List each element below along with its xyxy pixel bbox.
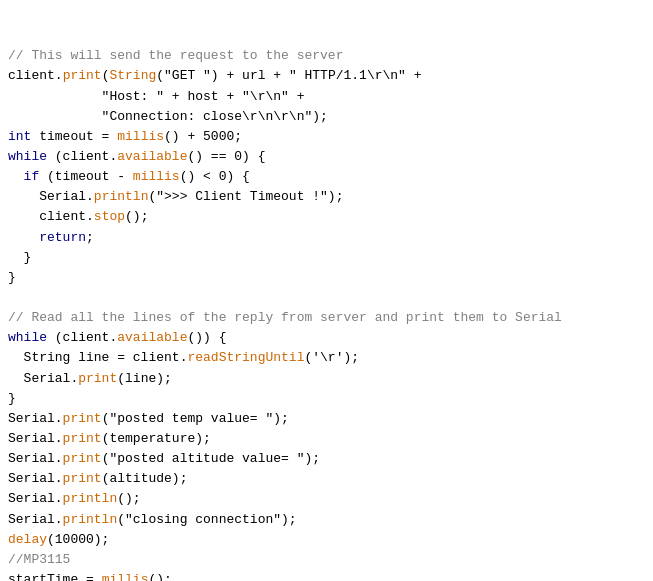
code-line: delay(10000); (8, 530, 645, 550)
code-editor: // This will send the request to the ser… (8, 6, 645, 581)
code-line: } (8, 248, 645, 268)
code-line: while (client.available()) { (8, 328, 645, 348)
code-line: Serial.print(line); (8, 369, 645, 389)
code-line: "Host: " + host + "\r\n" + (8, 87, 645, 107)
code-line: int timeout = millis() + 5000; (8, 127, 645, 147)
code-line: Serial.print("posted temp value= "); (8, 409, 645, 429)
code-line: //MP3115 (8, 550, 645, 570)
code-line: // This will send the request to the ser… (8, 46, 645, 66)
code-line: Serial.println(); (8, 489, 645, 509)
code-line: client.print(String("GET ") + url + " HT… (8, 66, 645, 86)
code-line: String line = client.readStringUntil('\r… (8, 348, 645, 368)
code-line: return; (8, 228, 645, 248)
code-line: if (timeout - millis() < 0) { (8, 167, 645, 187)
code-line: // Read all the lines of the reply from … (8, 308, 645, 328)
code-line: Serial.print(altitude); (8, 469, 645, 489)
code-line (8, 288, 645, 308)
code-line: Serial.print(temperature); (8, 429, 645, 449)
code-line: Serial.println(">>> Client Timeout !"); (8, 187, 645, 207)
code-line: while (client.available() == 0) { (8, 147, 645, 167)
code-line: startTime = millis(); (8, 570, 645, 581)
code-line: } (8, 389, 645, 409)
code-line: client.stop(); (8, 207, 645, 227)
code-line: "Connection: close\r\n\r\n"); (8, 107, 645, 127)
code-line: } (8, 268, 645, 288)
code-line: Serial.print("posted altitude value= "); (8, 449, 645, 469)
code-line: Serial.println("closing connection"); (8, 510, 645, 530)
